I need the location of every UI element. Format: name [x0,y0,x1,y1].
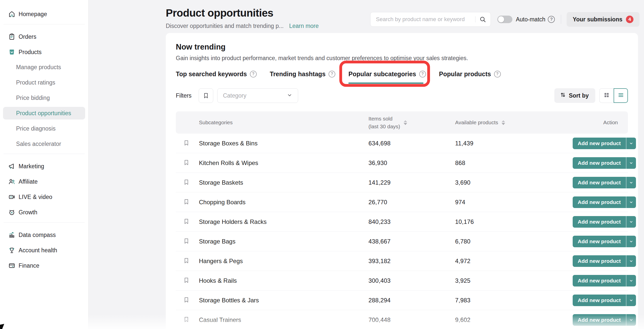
sidebar-item-finance[interactable]: Finance [3,259,85,272]
sidebar-item-price-bidding[interactable]: Price bidding [3,92,85,104]
subcategory-name[interactable]: Casual Trainers [199,316,368,323]
help-icon[interactable]: ? [250,71,257,77]
add-new-product-button[interactable]: Add new product [573,157,636,169]
tab-popular-products[interactable]: Popular products ? [439,70,501,78]
available-products-value: 3,690 [455,179,573,186]
subcategory-name[interactable]: Storage Bottles & Jars [199,297,368,304]
add-new-product-button[interactable]: Add new product [573,177,636,188]
chevron-down-icon[interactable] [626,138,636,149]
bookmark-icon[interactable] [183,179,190,186]
available-products-value: 3,925 [455,277,573,284]
grid-view-icon [603,92,610,100]
add-new-product-button[interactable]: Add new product [573,196,636,208]
chevron-down-icon[interactable] [626,295,636,306]
sidebar-item-marketing[interactable]: Marketing [3,160,85,173]
category-dropdown[interactable]: Category [217,88,298,103]
bookmark-icon[interactable] [183,218,190,225]
available-products-value: 7,983 [455,297,573,304]
list-view-icon [617,92,624,100]
subcategory-name[interactable]: Storage Bags [199,238,368,245]
bookmark-icon[interactable] [183,237,190,244]
available-products-value: 9,602 [455,316,573,323]
sidebar-item-sales-accelerator[interactable]: Sales accelerator [3,138,85,150]
items-sold-value: 300,403 [368,277,455,284]
grid-view-button[interactable] [599,88,614,103]
add-new-product-button[interactable]: Add new product [573,138,636,149]
chevron-down-icon[interactable] [626,236,636,247]
chevron-down-icon[interactable] [626,275,636,286]
tab-popular-subcategories[interactable]: Popular subcategories ? [348,70,426,78]
table-row: Hangers & Pegs 393,182 4,972 Add new pro… [176,251,628,271]
help-icon[interactable]: ? [494,71,501,77]
help-icon[interactable]: ? [548,16,555,23]
sidebar-item-affiliate[interactable]: Affiliate [3,175,85,188]
bookmark-icon[interactable] [183,257,190,264]
search-input[interactable] [376,16,475,23]
subcategory-name[interactable]: Hooks & Rails [199,277,368,284]
sidebar-item-data-compass[interactable]: Data compass [3,228,85,241]
sidebar-item-product-ratings[interactable]: Product ratings [3,76,85,89]
sidebar-item-live-video[interactable]: LIVE & video [3,190,85,203]
chevron-down-icon[interactable] [626,255,636,267]
add-new-product-button[interactable]: Add new product [573,275,636,286]
bookmark-icon[interactable] [183,277,190,284]
your-submissions-button[interactable]: Your submissions 4 [567,12,639,27]
bookmark-icon[interactable] [183,139,190,146]
sort-by-button[interactable]: Sort by [554,88,595,103]
sort-arrows-icon[interactable] [502,120,505,125]
subcategory-name[interactable]: Storage Boxes & Bins [199,140,368,147]
subcategory-name[interactable]: Storage Holders & Racks [199,218,368,225]
sidebar-item-growth[interactable]: Growth [3,206,85,219]
chevron-down-icon[interactable] [626,216,636,228]
help-icon[interactable]: ? [329,71,335,77]
bookmark-icon[interactable] [183,198,190,205]
bookmark-icon[interactable] [183,159,190,166]
sidebar-item-price-diagnosis[interactable]: Price diagnosis [3,122,85,135]
tab-trending-hashtags[interactable]: Trending hashtags ? [270,70,335,78]
chevron-down-icon[interactable] [626,314,636,326]
column-header-subcategories[interactable]: Subcategories [199,119,368,126]
card-description: Gain insights into product performance, … [176,55,628,62]
search-icon[interactable] [479,16,487,23]
sidebar-item-product-opportunities[interactable]: Product opportunities [3,107,85,119]
saved-filters-button[interactable] [199,88,213,103]
bookmark-icon[interactable] [183,316,190,323]
column-header-available-products[interactable]: Available products [455,119,573,126]
sidebar-item-label: Homepage [19,11,47,18]
items-sold-value: 840,233 [368,218,455,225]
add-new-product-button[interactable]: Add new product [573,295,636,306]
chevron-down-icon[interactable] [626,196,636,208]
add-new-product-button[interactable]: Add new product [573,255,636,267]
column-header-items-sold[interactable]: Items sold (last 30 days) [368,115,455,131]
add-new-product-button[interactable]: Add new product [573,236,636,247]
sidebar: Homepage Orders Products Manage products… [0,0,88,329]
subcategory-name[interactable]: Hangers & Pegs [199,258,368,265]
now-trending-card: Now trending Gain insights into product … [166,33,638,329]
subcategory-name[interactable]: Storage Baskets [199,179,368,186]
bookmark-icon [202,92,209,99]
list-view-button[interactable] [614,88,628,103]
learn-more-link[interactable]: Learn more [289,23,319,29]
sidebar-item-manage-products[interactable]: Manage products [3,61,85,73]
sidebar-item-homepage[interactable]: Homepage [3,8,85,21]
chevron-down-icon[interactable] [626,177,636,188]
auto-match-label: Auto-match [516,16,546,23]
auto-match-toggle[interactable] [497,16,512,23]
sort-arrows-icon[interactable] [404,120,407,125]
add-new-product-button[interactable]: Add new product [573,314,636,326]
add-new-product-button[interactable]: Add new product [573,216,636,228]
tab-top-searched-keywords[interactable]: Top searched keywords ? [176,70,257,78]
help-icon[interactable]: ? [419,71,426,77]
chevron-down-icon[interactable] [626,157,636,169]
bookmark-icon[interactable] [183,296,190,303]
table-row: Hooks & Rails 300,403 3,925 Add new prod… [176,271,628,291]
items-sold-value: 141,229 [368,179,455,186]
sidebar-item-orders[interactable]: Orders [3,30,85,43]
page-header: Product opportunities Discover opportuni… [166,0,639,29]
subcategory-name[interactable]: Kitchen Rolls & Wipes [199,159,368,167]
megaphone-icon [8,162,16,170]
sidebar-item-account-health[interactable]: Account health [3,244,85,257]
table-row: Storage Holders & Racks 840,233 10,176 A… [176,212,628,232]
sidebar-item-products[interactable]: Products [3,46,85,59]
subcategory-name[interactable]: Chopping Boards [199,199,368,206]
